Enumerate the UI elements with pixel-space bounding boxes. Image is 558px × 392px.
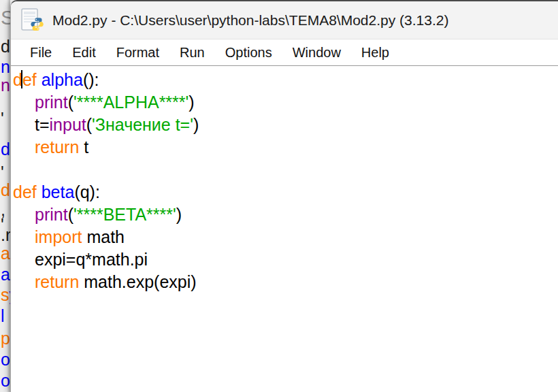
code-token-keyword: import [35, 227, 86, 246]
code-token-normal: expi=q*math.pi [35, 250, 148, 269]
code-token-builtin: input [50, 115, 86, 134]
code-line: return t [13, 136, 558, 159]
menu-item-window[interactable]: Window [282, 42, 351, 63]
code-line: return math.exp(expi) [13, 271, 558, 293]
idle-editor-window: Mod2.py - C:\Users\user\python-labs\TEMA… [10, 0, 558, 392]
window-titlebar[interactable]: Mod2.py - C:\Users\user\python-labs\TEMA… [11, 1, 558, 39]
code-token-builtin: print [35, 93, 68, 112]
code-token-normal: math [86, 227, 125, 246]
bg-window-text-fragment: .r [1, 227, 10, 244]
bg-window-text-fragment: a [1, 266, 10, 283]
code-token-normal: ) [193, 115, 199, 134]
menu-item-edit[interactable]: Edit [62, 42, 105, 63]
bg-window-text-fragment: di [1, 38, 10, 55]
bg-window-text-fragment: ac [1, 245, 10, 262]
code-token-normal: ) [176, 205, 182, 224]
code-token-normal: (): [83, 70, 99, 89]
bg-window-text-fragment: p [1, 330, 10, 347]
menu-item-format[interactable]: Format [106, 42, 169, 63]
bg-window-text-fragment: ' [1, 164, 4, 181]
bg-window-text-fragment: n [1, 77, 10, 94]
code-line: def alpha(): [13, 69, 558, 91]
code-token-string: '****ALPHA****' [73, 93, 188, 112]
bg-window-text-fragment: ' [1, 110, 4, 127]
bg-window-text-fragment: S [1, 7, 10, 28]
code-token-normal: t= [35, 115, 50, 134]
python-file-icon [21, 8, 44, 33]
bg-window-text-fragment: d [1, 141, 10, 158]
code-line: def beta(q): [13, 181, 558, 203]
bg-window-text-fragment: nc [1, 59, 10, 76]
code-editor[interactable]: def alpha():print('****ALPHA****')t=inpu… [11, 66, 558, 392]
code-line: t=input('Значение t=') [13, 114, 558, 136]
code-token-definition: beta [42, 182, 75, 201]
code-token-normal: ( [86, 115, 92, 134]
code-line [13, 159, 558, 181]
code-token-normal: t [84, 137, 88, 157]
menu-item-run[interactable]: Run [169, 42, 215, 63]
menu-bar: FileEditFormatRunOptionsWindowHelp [11, 39, 558, 66]
code-token-normal: ( [68, 205, 73, 224]
background-window-strip[interactable]: Sdincn'd'd,'.racasylpococ [0, 0, 10, 392]
code-line: import math [13, 226, 558, 248]
bg-window-text-fragment: oc [1, 372, 10, 389]
code-token-keyword: return [35, 137, 84, 157]
code-token-keyword: return [35, 272, 84, 291]
code-token-keyword: def [13, 70, 42, 89]
bg-window-text-fragment: l [1, 308, 5, 325]
code-token-definition: alpha [42, 70, 83, 89]
menu-item-help[interactable]: Help [351, 42, 399, 63]
bg-window-text-fragment: d [1, 182, 10, 199]
window-title: Mod2.py - C:\Users\user\python-labs\TEMA… [52, 12, 448, 29]
code-line: print('****ALPHA****') [13, 91, 558, 114]
code-token-normal: (q): [74, 182, 100, 201]
menu-item-file[interactable]: File [20, 42, 62, 63]
code-token-string: 'Значение t=' [92, 115, 193, 134]
menu-item-options[interactable]: Options [215, 42, 282, 63]
code-token-keyword: def [13, 182, 42, 201]
code-token-normal: ( [68, 93, 73, 112]
code-token-normal: ) [188, 93, 194, 112]
code-token-string: '****BETA****' [73, 205, 176, 224]
bg-window-text-fragment: oc [1, 351, 10, 368]
bg-window-text-fragment: sy [1, 287, 10, 304]
code-line: print('****BETA****') [13, 203, 558, 226]
code-line: expi=q*math.pi [13, 248, 558, 271]
code-token-builtin: print [35, 205, 68, 224]
text-cursor [21, 70, 22, 88]
code-token-normal: math.exp(expi) [84, 272, 196, 291]
